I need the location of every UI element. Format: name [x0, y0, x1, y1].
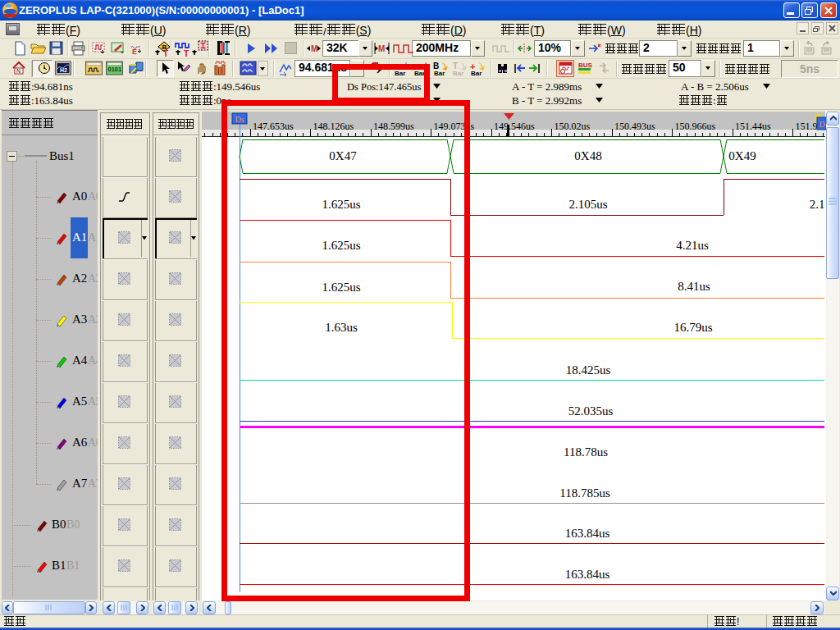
svg-text:151.44us: 151.44us — [735, 121, 771, 132]
svg-text:+: + — [470, 62, 475, 71]
svg-text:T: T — [163, 49, 168, 57]
svg-text:T: T — [184, 49, 189, 57]
svg-text:118.78us: 118.78us — [564, 445, 608, 459]
svg-text:0X48: 0X48 — [574, 149, 601, 162]
svg-text:118.785us: 118.785us — [559, 486, 610, 500]
svg-text:E: E — [132, 48, 137, 56]
svg-text:149.546us: 149.546us — [494, 121, 535, 132]
svg-text:H2: H2 — [60, 67, 67, 73]
svg-text:4.21us: 4.21us — [676, 239, 709, 252]
svg-text:M: M — [311, 44, 317, 53]
svg-text:8.41us: 8.41us — [678, 280, 710, 293]
svg-text:0101: 0101 — [108, 66, 122, 73]
svg-text:0X49: 0X49 — [728, 149, 756, 162]
svg-text:B: B — [433, 62, 439, 71]
svg-text:2.105us: 2.105us — [568, 198, 607, 211]
svg-text:150.966us: 150.966us — [675, 121, 716, 132]
svg-text:N: N — [16, 68, 21, 74]
svg-text:D: D — [819, 120, 824, 129]
svg-text:52.035us: 52.035us — [568, 404, 614, 418]
svg-text:163.84us: 163.84us — [565, 527, 610, 540]
svg-text:18.425us: 18.425us — [566, 363, 611, 377]
svg-text:163.84us: 163.84us — [565, 568, 610, 581]
svg-text:150.493us: 150.493us — [614, 121, 655, 132]
svg-text:BUS: BUS — [578, 62, 593, 69]
svg-text:150.02us: 150.02us — [555, 121, 591, 132]
svg-text:T: T — [453, 62, 458, 71]
svg-text:16.79us: 16.79us — [673, 321, 712, 334]
svg-text:M: M — [378, 44, 385, 53]
svg-text:2.1: 2.1 — [810, 198, 825, 211]
